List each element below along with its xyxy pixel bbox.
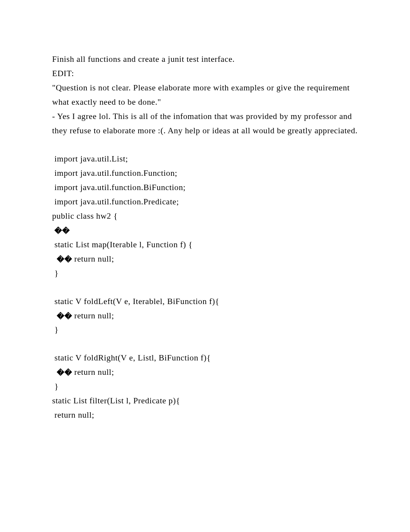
code-line: static V foldRight(V e, Listl, BiFunctio… — [52, 351, 358, 365]
replacement-char-icon: � — [64, 256, 72, 263]
code-text: return null; — [72, 254, 114, 263]
code-text — [52, 311, 57, 320]
replacement-char-icon: � — [57, 313, 64, 320]
blank-line — [52, 280, 358, 294]
code-line: import java.util.function.BiFunction; — [52, 180, 358, 195]
code-line: static List filter(List l, Predicate p){ — [52, 394, 358, 408]
replacement-char-icon: � — [62, 227, 70, 235]
code-line: �� return null; — [52, 252, 358, 266]
code-line: import java.util.function.Predicate; — [52, 195, 358, 209]
quote-text: "Question is not clear. Please elaborate… — [52, 81, 358, 109]
replacement-char-icon: � — [57, 369, 64, 376]
code-line: return null; — [52, 408, 358, 422]
blank-line — [52, 337, 358, 351]
code-text: return null; — [72, 311, 114, 320]
replacement-char-icon: � — [64, 313, 72, 320]
code-line: import java.util.List; — [52, 152, 358, 166]
code-line: } — [52, 323, 358, 337]
code-line: static List map(Iterable l, Function f) … — [52, 238, 358, 252]
edit-label: EDIT: — [52, 66, 358, 81]
code-line: public class hw2 { — [52, 209, 358, 223]
code-line: �� return null; — [52, 309, 358, 323]
instruction-line: Finish all functions and create a junit … — [52, 52, 358, 66]
code-line: �� — [52, 223, 358, 238]
replacement-char-icon: � — [57, 256, 64, 263]
code-text — [52, 367, 57, 377]
replacement-char-icon: � — [64, 369, 72, 376]
code-line: static V foldLeft(V e, Iterablel, BiFunc… — [52, 294, 358, 309]
replacement-char-icon: � — [54, 227, 62, 235]
code-text: return null; — [72, 367, 114, 377]
blank-line — [52, 138, 358, 152]
document-page: Finish all functions and create a junit … — [0, 0, 410, 532]
response-text: - Yes I agree lol. This is all of the in… — [52, 109, 358, 138]
code-text — [52, 254, 57, 263]
code-line: import java.util.function.Function; — [52, 166, 358, 180]
code-block: import java.util.List; import java.util.… — [52, 152, 358, 422]
code-line: �� return null; — [52, 365, 358, 379]
code-line: } — [52, 379, 358, 394]
code-line: } — [52, 266, 358, 280]
